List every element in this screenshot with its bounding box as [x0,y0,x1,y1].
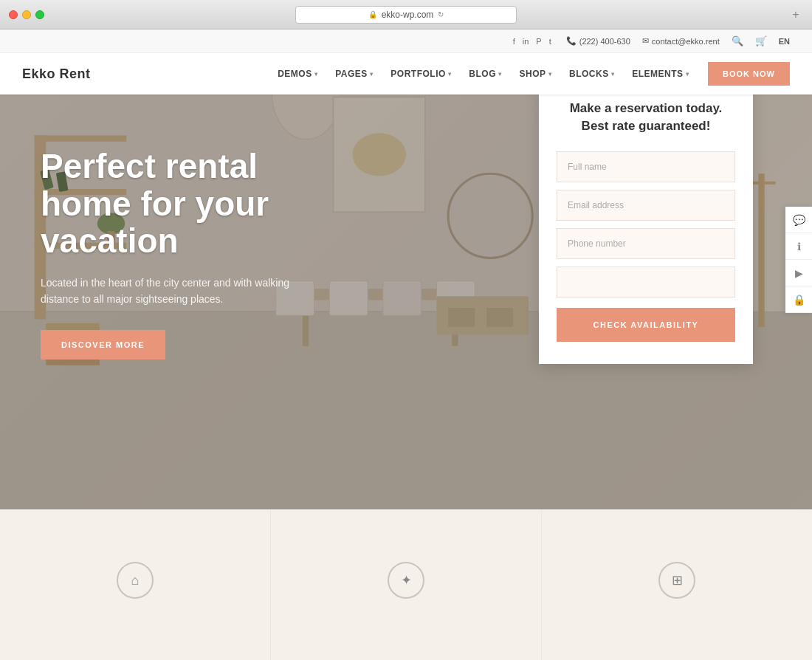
minimize-button[interactable] [22,10,31,19]
hero-title: Perfect rental home for your vacation [41,148,351,260]
email-icon: ✉ [642,36,649,46]
video-widget[interactable]: ▶ [785,260,812,286]
top-bar: f in P t 📞 (222) 400-630 ✉ contact@ekko.… [0,30,812,53]
nav-blog[interactable]: BLOG ▾ [461,64,509,83]
phone-input[interactable] [557,228,735,259]
search-icon[interactable]: 🔍 [732,35,743,47]
navbar: Ekko Rent DEMOS ▾ PAGES ▾ PORTFOLIO ▾ BL… [0,53,812,94]
website: f in P t 📞 (222) 400-630 ✉ contact@ekko.… [0,30,812,660]
bottom-icon-3: ⊞ [658,562,695,599]
nav-demos[interactable]: DEMOS ▾ [270,64,325,83]
close-button[interactable] [9,10,18,19]
phone-contact: 📞 (222) 400-630 [566,36,630,46]
site-logo[interactable]: Ekko Rent [22,66,91,82]
phone-icon: 📞 [566,36,577,46]
pinterest-icon[interactable]: P [536,37,541,46]
bottom-section: ⌂ ✦ ⊞ [0,509,812,660]
refresh-icon: ↻ [438,10,444,18]
chevron-icon: ▾ [611,71,615,78]
phone-number: (222) 400-630 [579,37,630,46]
nav-shop[interactable]: SHOP ▾ [512,64,560,83]
bottom-icon-1: ⌂ [117,562,154,599]
instagram-icon[interactable]: in [523,37,529,46]
bottom-icon-2: ✦ [388,562,424,599]
email-input[interactable] [557,190,735,221]
bottom-card-3: ⊞ [542,509,812,660]
browser-chrome: 🔒 ekko-wp.com ↻ + [0,0,812,30]
social-links: f in P t [513,37,551,46]
nav-pages[interactable]: PAGES ▾ [328,64,380,83]
email-contact: ✉ contact@ekko.rent [642,36,720,46]
hero-section: f in P t 📞 (222) 400-630 ✉ contact@ekko.… [0,30,812,509]
traffic-lights [9,10,44,19]
nav-portfolio[interactable]: PORTFOLIO ▾ [383,64,458,83]
cart-icon[interactable]: 🛒 [755,35,767,47]
book-now-button[interactable]: BOOK NOW [708,62,790,86]
chevron-icon: ▾ [314,71,318,78]
language-selector[interactable]: EN [779,37,790,46]
chevron-icon: ▾ [548,71,552,78]
security-widget[interactable]: 🔒 [785,286,812,313]
date-picker[interactable] [557,267,735,298]
check-availability-button[interactable]: CHECK AVAILABILITY [557,308,735,342]
chevron-icon: ▾ [498,71,502,78]
nav-elements[interactable]: ELEMENTS ▾ [625,64,696,83]
bottom-card-2: ✦ [271,509,542,660]
nav-links: DEMOS ▾ PAGES ▾ PORTFOLIO ▾ BLOG ▾ SHOP … [270,64,696,83]
lock-icon: 🔒 [368,10,377,18]
hero-subtitle: Located in the heart of the city center … [41,275,306,308]
bottom-card-1: ⌂ [0,509,271,660]
hero-content: Perfect rental home for your vacation Lo… [41,148,351,360]
full-name-input[interactable] [557,151,735,182]
info-widget[interactable]: ℹ [785,233,812,260]
address-bar[interactable]: 🔒 ekko-wp.com ↻ [295,6,517,24]
twitter-icon[interactable]: t [549,37,551,46]
url-text: ekko-wp.com [382,10,434,20]
chevron-icon: ▾ [686,71,689,78]
chevron-icon: ▾ [448,71,452,78]
email-address: contact@ekko.rent [652,37,720,46]
new-tab-button[interactable]: + [788,7,803,22]
chat-widget[interactable]: 💬 [785,207,812,233]
card-title: Make a reservation today.Best rate guara… [557,100,735,135]
maximize-button[interactable] [35,10,44,19]
chevron-icon: ▾ [370,71,374,78]
discover-more-button[interactable]: DISCOVER MORE [41,330,165,360]
facebook-icon[interactable]: f [513,37,515,46]
top-bar-right: 📞 (222) 400-630 ✉ contact@ekko.rent 🔍 🛒 … [566,35,790,47]
side-widgets: 💬 ℹ ▶ 🔒 [785,207,812,313]
reservation-card: Make a reservation today.Best rate guara… [539,78,753,364]
nav-blocks[interactable]: BLOCKS ▾ [562,64,622,83]
